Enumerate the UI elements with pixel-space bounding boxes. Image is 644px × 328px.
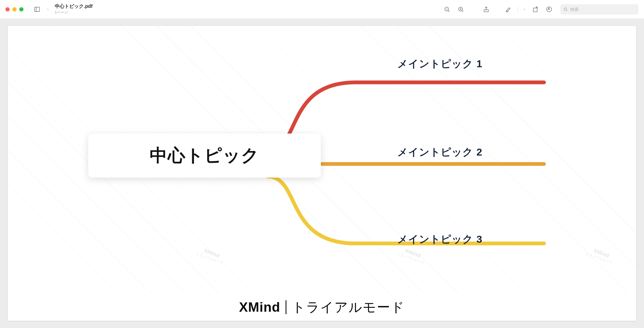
marker-icon [546,6,552,13]
chevron-down-icon [523,8,526,11]
zoom-in-button[interactable] [455,4,467,15]
minimize-window-button[interactable] [12,7,17,11]
svg-line-3 [448,10,450,12]
annotate-menu-chevron[interactable] [522,8,527,11]
annotate-button[interactable] [503,4,514,15]
share-button[interactable] [480,4,492,15]
zoom-window-button[interactable] [19,7,23,11]
trial-banner-brand: XMind [239,300,280,315]
document-title: 中心トピック.pdf [55,3,92,10]
pencil-icon [505,6,512,13]
svg-line-14 [566,10,567,11]
document-page-indicator: 1ページ [55,10,92,15]
svg-rect-11 [533,8,537,12]
document-title-block: 中心トピック.pdf 1ページ [55,3,92,15]
rotate-button[interactable] [530,4,541,15]
zoom-out-icon [444,6,450,13]
share-icon [483,6,489,13]
trial-banner-divider [286,300,286,314]
zoom-out-button[interactable] [441,4,453,15]
sidebar-icon [34,6,40,13]
pdf-page: 中心トピック メイントピック 1 メイントピック 2 メイントピック 3 XMi… [8,26,636,321]
main-topic-3: メイントピック 3 [397,232,482,246]
toolbar: 中心トピック.pdf 1ページ [0,0,644,19]
central-topic: 中心トピック [88,134,321,178]
chevron-down-icon [46,8,50,11]
sidebar-toggle-button[interactable] [31,4,43,15]
svg-rect-0 [35,7,40,11]
search-icon [563,7,568,12]
close-window-button[interactable] [5,7,10,11]
svg-point-13 [564,8,566,10]
main-topic-2: メイントピック 2 [397,145,482,159]
document-viewport[interactable]: 中心トピック メイントピック 1 メイントピック 2 メイントピック 3 XMi… [0,19,644,328]
search-field[interactable] [560,4,639,14]
search-input[interactable] [570,7,636,12]
window-controls [5,7,23,11]
trial-banner-mode: トライアルモード [292,298,405,316]
svg-line-6 [462,10,464,12]
svg-point-12 [547,7,552,12]
toolbar-separator [518,6,518,13]
rotate-icon [532,6,539,13]
main-topic-1: メイントピック 1 [397,57,482,71]
zoom-in-icon [458,6,464,13]
sidebar-menu-chevron[interactable] [45,8,51,11]
highlight-button[interactable] [543,4,555,15]
trial-banner: XMind トライアルモード [8,294,636,321]
